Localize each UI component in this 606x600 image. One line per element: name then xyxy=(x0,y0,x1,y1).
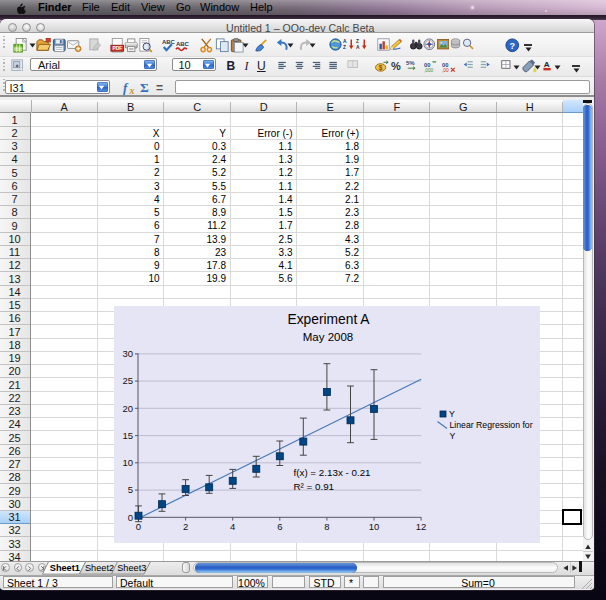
svg-text:00: 00 xyxy=(442,61,448,67)
svg-text:Z: Z xyxy=(356,39,359,44)
svg-text:ABC: ABC xyxy=(161,39,175,45)
svg-text:0: 0 xyxy=(128,512,133,523)
svg-text:,00: ,00 xyxy=(442,67,449,72)
svg-text:15: 15 xyxy=(122,430,133,441)
svg-text:5: 5 xyxy=(128,484,133,495)
svg-text:00: 00 xyxy=(424,61,430,67)
svg-text:12: 12 xyxy=(416,521,427,532)
svg-text:A: A xyxy=(356,45,360,50)
svg-text:25: 25 xyxy=(122,375,133,386)
svg-text:A: A xyxy=(544,60,550,69)
svg-text:A: A xyxy=(343,39,347,44)
svg-text:8: 8 xyxy=(324,521,329,532)
svg-text:10: 10 xyxy=(369,521,380,532)
svg-text:f(x) = 2.13x - 0.21: f(x) = 2.13x - 0.21 xyxy=(294,467,371,478)
svg-text:10: 10 xyxy=(122,457,133,468)
svg-text:$: $ xyxy=(378,63,382,71)
svg-text:Sheet2: Sheet2 xyxy=(85,563,114,573)
svg-text:Z: Z xyxy=(343,45,346,50)
svg-text:6: 6 xyxy=(277,521,282,532)
svg-text:ABC: ABC xyxy=(176,41,190,47)
svg-text:x: x xyxy=(129,84,135,95)
svg-text:5%: 5% xyxy=(406,60,415,66)
svg-text:Y: Y xyxy=(450,431,456,441)
svg-text:Experiment A: Experiment A xyxy=(287,312,370,327)
svg-text:f: f xyxy=(123,80,129,95)
svg-text:PDF: PDF xyxy=(112,46,122,51)
svg-text:Y: Y xyxy=(449,409,455,419)
svg-text:Sheet1: Sheet1 xyxy=(49,563,79,573)
svg-text:Σ: Σ xyxy=(140,80,149,95)
svg-text:4: 4 xyxy=(230,521,235,532)
svg-text:?: ? xyxy=(509,41,515,51)
svg-text:May 2008: May 2008 xyxy=(303,331,354,343)
svg-text:R² = 0.91: R² = 0.91 xyxy=(294,481,335,492)
svg-text:Linear Regression for: Linear Regression for xyxy=(450,420,533,430)
svg-text:2: 2 xyxy=(183,521,188,532)
svg-text:30: 30 xyxy=(122,348,133,359)
svg-text:Sheet3: Sheet3 xyxy=(118,563,147,573)
svg-text:,000: ,000 xyxy=(424,67,433,72)
svg-text:20: 20 xyxy=(122,403,133,414)
